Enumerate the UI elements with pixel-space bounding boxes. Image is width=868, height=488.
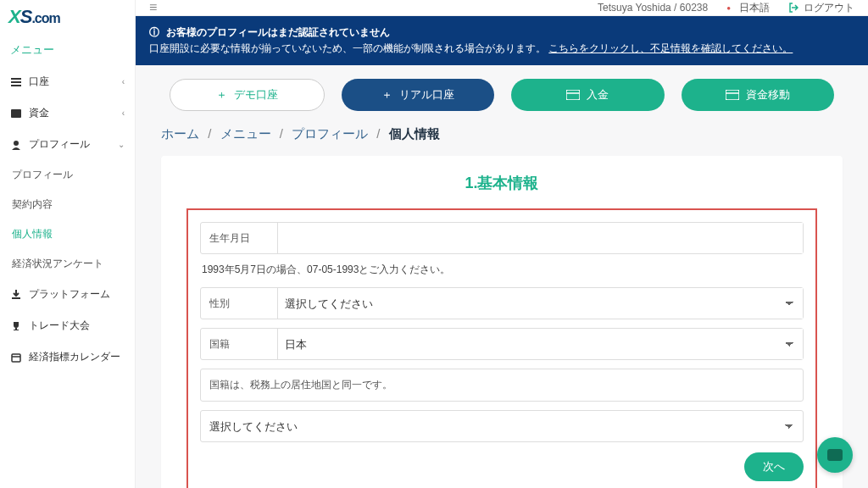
banner-title: お客様のプロフィールはまだ認証されていません: [166, 25, 390, 41]
sidebar-item-label: 口座: [29, 75, 49, 89]
chevron-left-icon: ‹: [122, 77, 125, 86]
sidebar-item-accounts[interactable]: 口座 ‹: [0, 66, 135, 97]
breadcrumb-sep: /: [376, 126, 380, 141]
gender-field: 性別 選択してください: [200, 287, 804, 319]
sidebar-item-profile[interactable]: プロフィール ⌄: [0, 129, 135, 160]
chevron-down-icon: ⌄: [118, 140, 125, 149]
dob-hint: 1993年5月7日の場合、07-05-1993とご入力ください。: [202, 263, 802, 277]
deposit-button[interactable]: 入金: [511, 79, 665, 111]
nationality-select[interactable]: 日本: [277, 329, 803, 359]
dob-label: 生年月日: [201, 223, 277, 253]
card-icon: [566, 90, 580, 100]
breadcrumb-home[interactable]: ホーム: [161, 126, 199, 141]
trophy-icon: [10, 320, 22, 332]
plus-icon: ＋: [216, 87, 227, 103]
verification-banner: ⓘお客様のプロフィールはまだ認証されていません 口座開設に必要な情報が揃っていな…: [136, 16, 868, 65]
svg-rect-3: [11, 109, 21, 118]
language-label: 日本語: [739, 1, 770, 15]
calendar-icon: [10, 352, 22, 363]
logo-x: X: [8, 6, 20, 27]
gender-label: 性別: [201, 288, 277, 319]
svg-rect-5: [12, 354, 20, 362]
user-label[interactable]: Tetsuya Yoshida / 60238: [598, 2, 708, 14]
download-icon: [10, 289, 22, 301]
dob-input[interactable]: [277, 223, 803, 253]
breadcrumb-sep: /: [280, 126, 283, 141]
topbar: ≡ Tetsuya Yoshida / 60238 ●日本語 ログアウト: [136, 0, 868, 16]
logout-icon: [788, 3, 798, 13]
transfer-button[interactable]: 資金移動: [682, 79, 835, 111]
chat-button[interactable]: [817, 437, 853, 473]
chevron-left-icon: ‹: [122, 108, 125, 118]
sidebar-sub-profile[interactable]: プロフィール: [0, 160, 135, 190]
language-switch[interactable]: ●日本語: [726, 1, 770, 15]
svg-rect-1: [11, 81, 21, 83]
button-label: 資金移動: [746, 87, 790, 103]
sidebar-item-label: 資金: [29, 106, 49, 120]
main: ≡ Tetsuya Yoshida / 60238 ●日本語 ログアウト ⓘお客…: [136, 0, 868, 488]
next-button[interactable]: 次へ: [744, 452, 804, 481]
svg-rect-9: [726, 90, 739, 100]
dot-icon: ●: [726, 4, 731, 12]
logout-link[interactable]: ログアウト: [788, 1, 854, 15]
section-title: 1.基本情報: [186, 173, 817, 193]
logo[interactable]: XS.com: [0, 0, 135, 34]
sidebar-sub-economic-survey[interactable]: 経済状況アンケート: [0, 249, 135, 279]
breadcrumb-current: 個人情報: [389, 126, 440, 141]
sidebar-item-label: プラットフォーム: [29, 287, 110, 302]
logout-label: ログアウト: [804, 1, 854, 15]
sidebar-item-contest[interactable]: トレード大会: [0, 310, 135, 341]
form-card: 1.基本情報 生年月日 1993年5月7日の場合、07-05-1993とご入力く…: [161, 156, 843, 488]
logo-s: S: [20, 6, 32, 27]
demo-account-button[interactable]: ＋デモ口座: [170, 79, 325, 111]
user-icon: [10, 139, 22, 151]
sidebar-item-label: 経済指標カレンダー: [29, 350, 120, 364]
banner-body: 口座開設に必要な情報が揃っていないため、一部の機能が制限される場合があります。: [149, 42, 546, 54]
card-icon: [726, 90, 739, 100]
svg-rect-7: [566, 90, 580, 100]
nationality-field: 国籍 日本: [200, 328, 804, 360]
button-label: 入金: [587, 87, 609, 103]
real-account-button[interactable]: ＋リアル口座: [342, 79, 495, 111]
tax-residence-select[interactable]: 選択してください: [200, 410, 804, 442]
sidebar-item-calendar[interactable]: 経済指標カレンダー: [0, 341, 135, 373]
svg-rect-0: [11, 78, 21, 80]
button-label: リアル口座: [399, 87, 454, 103]
plus-icon: ＋: [381, 87, 392, 103]
highlight-box: 生年月日 1993年5月7日の場合、07-05-1993とご入力ください。 性別…: [186, 208, 817, 488]
action-row: ＋デモ口座 ＋リアル口座 入金 資金移動: [136, 65, 868, 111]
hamburger-icon[interactable]: ≡: [149, 0, 157, 15]
wallet-icon: [10, 108, 22, 119]
gender-select[interactable]: 選択してください: [277, 288, 803, 319]
breadcrumb-sep: /: [208, 126, 211, 141]
sidebar: XS.com メニュー 口座 ‹ 資金 ‹ プロフィール ⌄ プロフィール 契約…: [0, 0, 136, 488]
sidebar-item-label: トレード大会: [29, 319, 90, 333]
sidebar-item-funds[interactable]: 資金 ‹: [0, 97, 135, 129]
svg-rect-2: [11, 85, 21, 86]
dob-field: 生年月日: [200, 222, 804, 254]
button-label: デモ口座: [234, 87, 278, 103]
banner-link[interactable]: こちらをクリックし、不足情報を確認してください。: [548, 42, 793, 54]
info-icon: ⓘ: [149, 25, 159, 41]
tax-note: 国籍は、税務上の居住地国と同一です。: [200, 369, 804, 402]
menu-title: メニュー: [0, 34, 135, 66]
list-icon: [10, 76, 22, 88]
breadcrumb-profile[interactable]: プロフィール: [292, 126, 368, 141]
logo-com: .com: [31, 11, 59, 25]
sidebar-item-platform[interactable]: プラットフォーム: [0, 279, 135, 310]
chat-icon: [827, 449, 843, 461]
nationality-label: 国籍: [201, 329, 277, 359]
breadcrumb: ホーム / メニュー / プロフィール / 個人情報: [136, 111, 868, 151]
breadcrumb-menu[interactable]: メニュー: [220, 126, 271, 141]
sidebar-item-label: プロフィール: [29, 137, 90, 152]
sidebar-sub-contract[interactable]: 契約内容: [0, 190, 135, 219]
svg-point-4: [14, 141, 19, 146]
sidebar-sub-personal-info[interactable]: 個人情報: [0, 219, 135, 249]
